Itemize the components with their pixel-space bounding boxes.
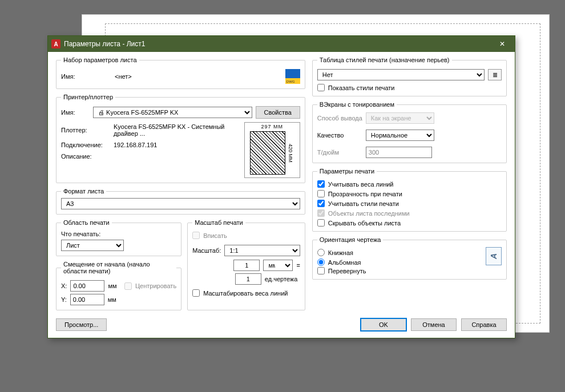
scale-lw-label: Масштабировать веса линий bbox=[203, 290, 288, 297]
shade-method-label: Способ вывода bbox=[317, 115, 362, 122]
scale-legend: Масштаб печати bbox=[192, 219, 245, 226]
titlebar: A Параметры листа - Лист1 ✕ bbox=[48, 36, 515, 52]
scale-lw-checkbox[interactable] bbox=[192, 289, 200, 297]
dwg-icon bbox=[285, 69, 300, 84]
printer-name-select[interactable]: 🖨 Kyocera FS-6525MFP KX bbox=[93, 107, 252, 118]
paper-size-select[interactable]: A3 bbox=[61, 198, 300, 209]
scale-unit-select[interactable]: мм bbox=[263, 260, 293, 271]
shaded-group: ВЭкраны с тонированием Способ вывода Как… bbox=[312, 101, 507, 163]
scale-num-input[interactable] bbox=[233, 260, 260, 271]
orient-flip-label: Перевернуть bbox=[328, 268, 366, 274]
printer-properties-button[interactable]: Свойства bbox=[256, 106, 300, 119]
fit-label: Вписать bbox=[203, 232, 227, 239]
paramset-legend: Набор параметров листа bbox=[61, 56, 139, 63]
paper-preview-rect bbox=[250, 131, 285, 175]
shade-method-select: Как на экране bbox=[366, 112, 434, 124]
orient-flip-checkbox[interactable] bbox=[317, 267, 325, 274]
orient-portrait-label: Книжная bbox=[328, 249, 353, 256]
scale-equals: = bbox=[296, 262, 300, 269]
styletable-edit-button[interactable]: ≣ bbox=[488, 69, 502, 80]
offset-x-input[interactable] bbox=[70, 280, 104, 292]
dpi-input bbox=[366, 147, 432, 158]
orient-landscape-radio[interactable] bbox=[317, 258, 325, 266]
printer-name-label: Имя: bbox=[61, 109, 90, 116]
paper-size-group: Формат листа A3 bbox=[56, 188, 305, 215]
preview-button[interactable]: Просмотр... bbox=[56, 318, 107, 331]
orientation-legend: Ориентация чертежа bbox=[317, 236, 384, 243]
options-group: Параметры печати Учитывать веса линий Пр… bbox=[312, 168, 507, 232]
scale-select[interactable]: 1:1 bbox=[224, 245, 300, 256]
paramset-name-value: <нет> bbox=[115, 73, 132, 80]
scale-label: Масштаб: bbox=[192, 247, 221, 254]
plot-area-legend: Область печати bbox=[61, 219, 112, 226]
close-button[interactable]: ✕ bbox=[490, 36, 515, 52]
styletable-group: Таблица стилей печати (назначение перьев… bbox=[312, 56, 507, 96]
orientation-icon: A bbox=[486, 247, 502, 265]
cancel-button[interactable]: Отмена bbox=[411, 318, 457, 331]
help-button[interactable]: Справка bbox=[461, 318, 507, 331]
show-styles-checkbox[interactable] bbox=[317, 84, 325, 91]
paramset-name-label: Имя: bbox=[61, 73, 111, 80]
opt-transp-checkbox[interactable] bbox=[317, 190, 325, 197]
offset-y-unit: мм bbox=[108, 296, 116, 303]
connection-label: Подключение: bbox=[61, 142, 111, 148]
styletable-legend: Таблица стилей печати (назначение перьев… bbox=[317, 56, 452, 63]
paper-size-legend: Формат листа bbox=[61, 188, 106, 195]
options-legend: Параметры печати bbox=[317, 168, 377, 175]
scale-den-input[interactable] bbox=[235, 273, 261, 285]
opt-lw-label: Учитывать веса линий bbox=[328, 181, 394, 188]
offset-x-unit: мм bbox=[108, 282, 116, 289]
offset-y-input[interactable] bbox=[70, 294, 104, 305]
center-label: Центрировать bbox=[135, 282, 176, 289]
opt-styles-label: Учитывать стили печати bbox=[328, 200, 399, 207]
pen-table-icon: ≣ bbox=[493, 71, 498, 79]
page-setup-dialog: A Параметры листа - Лист1 ✕ Набор параме… bbox=[47, 35, 515, 338]
opt-styles-checkbox[interactable] bbox=[317, 200, 325, 207]
center-checkbox bbox=[124, 282, 132, 290]
plotter-value: Kyocera FS-6525MFP KX - Системный драйве… bbox=[114, 123, 241, 137]
paper-height-label: 420 MM bbox=[287, 131, 294, 175]
opt-last-label: Объекты листа последними bbox=[328, 210, 410, 217]
dpi-label: Т/дюйм bbox=[317, 149, 362, 156]
printer-legend: Принтер/плоттер bbox=[61, 94, 115, 100]
scale-den-unit: ед.чертежа bbox=[265, 276, 300, 282]
description-label: Описание: bbox=[61, 153, 111, 160]
opt-transp-label: Прозрачность при печати bbox=[328, 191, 402, 197]
plotter-label: Плоттер: bbox=[61, 127, 111, 134]
shaded-legend: ВЭкраны с тонированием bbox=[317, 101, 397, 108]
dialog-title: Параметры листа - Лист1 bbox=[64, 40, 490, 48]
orientation-group: Ориентация чертежа Книжная Альбомная A П… bbox=[312, 236, 507, 280]
opt-last-checkbox bbox=[317, 209, 325, 217]
connection-value: 192.168.87.191 bbox=[114, 142, 157, 148]
offset-x-label: X: bbox=[61, 282, 67, 289]
offset-y-label: Y: bbox=[61, 296, 67, 303]
app-icon: A bbox=[51, 39, 60, 49]
scale-group: Масштаб печати Вписать Масштаб: 1:1 мм = bbox=[187, 219, 305, 310]
paper-preview: 297 MM 420 MM bbox=[244, 122, 300, 178]
orient-landscape-label: Альбомная bbox=[328, 259, 361, 266]
fit-checkbox bbox=[192, 232, 200, 239]
what-to-plot-label: Что печатать: bbox=[61, 231, 176, 237]
offset-legend: Смещение от начала (начало области печат… bbox=[61, 261, 176, 274]
quality-label: Качество bbox=[317, 132, 362, 139]
show-styles-label: Показать стили печати bbox=[328, 84, 395, 91]
paper-width-label: 297 MM bbox=[261, 124, 284, 130]
orient-portrait-radio[interactable] bbox=[317, 249, 325, 256]
quality-select[interactable]: Нормальное bbox=[366, 130, 434, 141]
opt-lw-checkbox[interactable] bbox=[317, 180, 325, 188]
paramset-group: Набор параметров листа Имя: <нет> bbox=[56, 56, 305, 89]
printer-group: Принтер/плоттер Имя: 🖨 Kyocera FS-6525MF… bbox=[56, 94, 305, 183]
opt-hide-label: Скрывать объекты листа bbox=[328, 220, 401, 227]
styletable-select[interactable]: Нет bbox=[317, 69, 485, 80]
opt-hide-checkbox[interactable] bbox=[317, 219, 325, 227]
plot-area-group: Область печати Что печатать: Лист bbox=[56, 219, 181, 256]
ok-button[interactable]: OK bbox=[361, 318, 406, 331]
what-to-plot-select[interactable]: Лист bbox=[61, 240, 124, 251]
offset-group: Смещение от начала (начало области печат… bbox=[56, 261, 181, 310]
